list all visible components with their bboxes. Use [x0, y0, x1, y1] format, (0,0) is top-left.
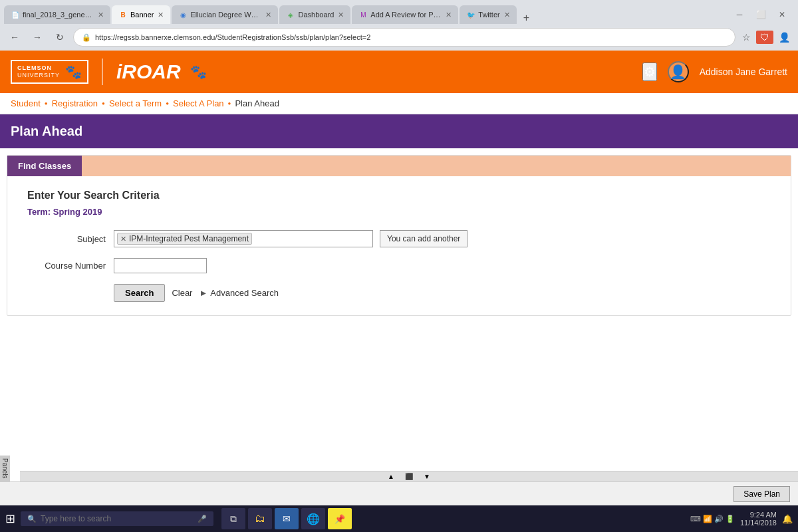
browser-tab-6[interactable]: 🐦 Twitter ✕ [460, 5, 516, 24]
date-display: 11/14/2018 [740, 519, 777, 527]
search-button[interactable]: Search [114, 284, 165, 302]
refresh-button[interactable]: ↻ [51, 28, 69, 47]
add-another-button[interactable]: You can add another [380, 230, 467, 247]
settings-button[interactable]: ⚙ [642, 63, 657, 81]
tab-2-icon: B [118, 10, 128, 19]
breadcrumb-select-term[interactable]: Select a Term [109, 98, 162, 108]
browser-tab-1[interactable]: 📄 final_2018_3_general_educ... ✕ [4, 5, 110, 24]
tab-1-close[interactable]: ✕ [98, 11, 104, 19]
subject-tag-text: IPM-Integrated Pest Management [129, 234, 249, 243]
tab-6-label: Twitter [478, 11, 499, 19]
lock-icon: 🔒 [82, 33, 91, 42]
time-display: 9:24 AM [740, 511, 777, 519]
scroll-left-icon[interactable]: ▲ [388, 473, 394, 480]
scroll-mid-icon[interactable]: ⬛ [405, 473, 413, 480]
save-plan-bar: Save Plan [0, 481, 798, 505]
new-tab-button[interactable]: + [518, 12, 535, 24]
browser-chrome: 📄 final_2018_3_general_educ... ✕ B Banne… [0, 0, 798, 51]
address-bar-row: ← → ↻ 🔒 https://regssb.bannerxe.clemson.… [0, 24, 798, 51]
explorer-app[interactable]: 🗂 [248, 508, 272, 529]
breadcrumb-sep-2: ● [102, 100, 105, 106]
search-criteria-title: Enter Your Search Criteria [27, 190, 771, 201]
taskbar: ⊞ 🔍 🎤 ⧉ 🗂 ✉ 🌐 📌 ⌨ 📶 🔊 🔋 9:24 AM 11/14/20… [0, 505, 798, 532]
browser-tab-bar: 📄 final_2018_3_general_educ... ✕ B Banne… [0, 0, 798, 24]
browser-tab-3[interactable]: ◉ Ellucian Degree Works - Cl... ✕ [172, 5, 278, 24]
taskbar-search-input[interactable] [41, 514, 194, 523]
subject-tag-remove[interactable]: ✕ [120, 235, 126, 243]
taskbar-search-bar[interactable]: 🔍 🎤 [21, 511, 213, 526]
user-name-label: Addison Jane Garrett [700, 66, 787, 77]
sticky-notes-icon: 📌 [334, 514, 345, 524]
forward-button[interactable]: → [28, 28, 47, 47]
extension-button[interactable]: 🛡 [756, 31, 773, 44]
tab-5-label: Add A Review for Professo... [370, 11, 442, 19]
minimize-button[interactable]: ─ [730, 5, 749, 24]
email-app[interactable]: ✉ [275, 508, 299, 529]
clemson-logo-box: CLEMSON UNIVERSITY 🐾 [11, 60, 88, 84]
chrome-app[interactable]: 🌐 [301, 508, 325, 529]
address-input[interactable]: 🔒 https://regssb.bannerxe.clemson.edu/St… [73, 28, 735, 47]
breadcrumb-select-plan[interactable]: Select A Plan [173, 98, 224, 108]
scroll-right-icon[interactable]: ▼ [424, 473, 430, 480]
close-button[interactable]: ✕ [773, 5, 791, 24]
task-view-button[interactable]: ⧉ [221, 508, 245, 529]
advanced-search-button[interactable]: ► Advanced Search [199, 288, 279, 298]
chrome-icon: 🌐 [307, 513, 320, 525]
taskbar-right-area: ⌨ 📶 🔊 🔋 9:24 AM 11/14/2018 🔔 [690, 511, 793, 527]
advanced-search-label: Advanced Search [210, 288, 279, 298]
tab-6-close[interactable]: ✕ [504, 11, 510, 19]
tab-6-icon: 🐦 [466, 10, 475, 19]
tab-2-close[interactable]: ✕ [158, 11, 164, 19]
sticky-notes-app[interactable]: 📌 [328, 508, 352, 529]
cortana-icon: 🎤 [198, 515, 207, 523]
taskbar-app-icons: ⧉ 🗂 ✉ 🌐 📌 [221, 508, 352, 529]
browser-tab-5[interactable]: M Add A Review for Professo... ✕ [352, 5, 458, 24]
tab-3-icon: ◉ [178, 10, 188, 19]
breadcrumb-plan-ahead: Plan Ahead [235, 98, 279, 108]
advanced-search-arrow-icon: ► [199, 288, 207, 298]
tab-4-label: Dashboard [298, 11, 334, 19]
profile-button[interactable]: 👤 [776, 29, 793, 45]
email-icon: ✉ [283, 513, 291, 524]
tab-1-icon: 📄 [11, 10, 20, 19]
breadcrumb-student[interactable]: Student [11, 98, 41, 108]
course-number-form-row: Course Number [27, 258, 771, 273]
save-plan-button[interactable]: Save Plan [733, 486, 790, 502]
panels-label: Panels [0, 456, 10, 481]
term-label: Term: Spring 2019 [27, 207, 771, 217]
browser-tab-2[interactable]: B Banner ✕ [112, 5, 170, 24]
header-logo-area: CLEMSON UNIVERSITY 🐾 iROAR 🐾 [11, 59, 642, 85]
address-text: https://regssb.bannerxe.clemson.edu/Stud… [95, 33, 370, 41]
subject-label: Subject [27, 234, 114, 244]
breadcrumb-registration[interactable]: Registration [52, 98, 98, 108]
maximize-button[interactable]: ⬜ [751, 5, 770, 24]
notification-icon[interactable]: 🔔 [782, 514, 793, 524]
start-button[interactable]: ⊞ [5, 511, 15, 526]
main-content-panel: Find Classes Enter Your Search Criteria … [7, 155, 791, 316]
app-header: CLEMSON UNIVERSITY 🐾 iROAR 🐾 ⚙ 👤 Addison… [0, 51, 798, 93]
subject-form-row: Subject ✕ IPM-Integrated Pest Management… [27, 230, 771, 247]
page-title: Plan Ahead [11, 124, 787, 139]
subject-text-input[interactable] [255, 234, 366, 244]
breadcrumb: Student ● Registration ● Select a Term ●… [0, 93, 798, 114]
tab-4-close[interactable]: ✕ [338, 11, 344, 19]
back-button[interactable]: ← [5, 28, 24, 47]
tab-5-close[interactable]: ✕ [446, 11, 452, 19]
user-profile-button[interactable]: 👤 [668, 61, 689, 82]
browser-tab-4[interactable]: ◈ Dashboard ✕ [279, 5, 350, 24]
clear-button[interactable]: Clear [172, 288, 192, 298]
tab-3-close[interactable]: ✕ [265, 11, 271, 19]
button-row: Search Clear ► Advanced Search [27, 284, 771, 302]
bookmark-button[interactable]: ☆ [739, 29, 753, 45]
content-tab-bar: Find Classes [7, 156, 791, 176]
course-number-input[interactable] [114, 258, 207, 273]
subject-input-wrapper[interactable]: ✕ IPM-Integrated Pest Management [114, 230, 373, 247]
breadcrumb-sep-4: ● [228, 100, 231, 106]
scroll-bottom-bar: ▲ ⬛ ▼ [20, 471, 798, 481]
find-classes-tab[interactable]: Find Classes [7, 156, 82, 176]
browser-action-buttons: ☆ 🛡 👤 [739, 29, 793, 45]
taskbar-time: 9:24 AM 11/14/2018 [740, 511, 777, 527]
breadcrumb-sep-3: ● [166, 100, 169, 106]
paw-print-icon: 🐾 [65, 64, 82, 80]
tab-5-icon: M [358, 10, 368, 19]
